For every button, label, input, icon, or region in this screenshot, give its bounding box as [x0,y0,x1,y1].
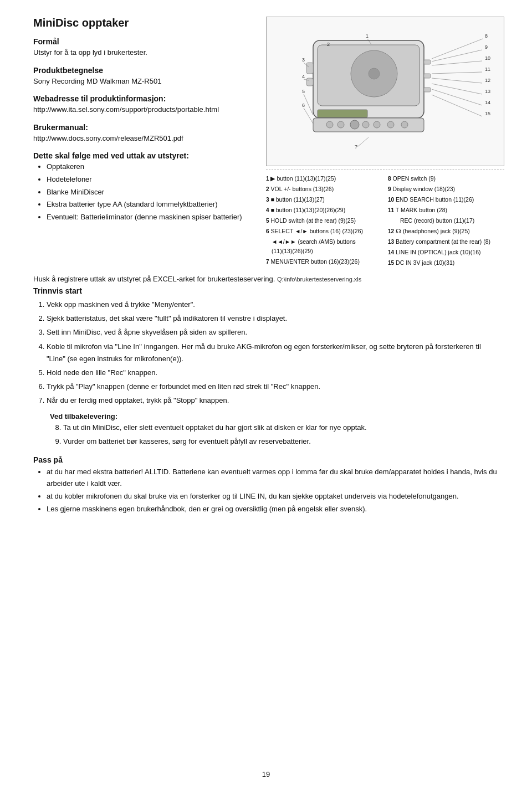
step-5: Hold nede den lille "Rec" knappen. [47,367,499,379]
brukermanual-url: http://www.docs.sony.com/release/MZR501.… [33,133,255,144]
page: MiniDisc opptaker Formål Utstyr for å ta… [0,0,532,795]
part-item: 2 VOL +/- buttons (13)(26) [266,184,382,194]
step-9: Vurder om batteriet bør kasseres, sørg f… [63,435,499,448]
svg-text:15: 15 [485,111,490,116]
step-8: Ta ut din MiniDisc, eller slett eventuel… [63,422,499,434]
part-item: 12 ☊ (headphones) jack (9)(25) [388,226,504,237]
svg-rect-17 [306,78,313,86]
svg-line-37 [432,72,482,74]
svg-line-41 [432,95,482,116]
formal-heading: Formål [33,37,255,46]
list-item: Hodetelefoner [47,174,255,186]
part-item: 3 ■ button (11)(13)(27) [266,194,382,205]
page-title: MiniDisc opptaker [33,17,255,29]
step-6: Trykk på "Play" knappen (denne er forbun… [47,381,499,393]
part-item: ◄◄/►► (search /AMS) buttons(11)(13)(26)(… [266,237,382,257]
svg-point-5 [326,121,333,128]
part-item: 8 OPEN switch (9) [388,173,504,184]
device-svg: 1 8 2 9 3 10 4 11 5 12 6 13 7 14 15 [269,18,502,165]
parts-row: 1 ▶ button (11)(13)(17)(25) 2 VOL +/- bu… [266,173,504,268]
ved-tilbake-section: Ved tilbakelevering: Ta ut din MiniDisc,… [50,412,499,448]
part-item: 10 END SEARCH button (11)(26) [388,194,504,205]
ved-tilbake-heading: Ved tilbakelevering: [50,412,499,420]
svg-text:10: 10 [485,55,490,61]
husk-filepath: Q:\info\brukertesteservering.xls [277,276,361,283]
svg-text:13: 13 [485,89,490,94]
svg-rect-14 [424,74,431,78]
step-3: Sett inn MiniDisc, ved å åpne skyvelåsen… [47,326,499,338]
trinnvis-heading: Trinnvis start [33,286,499,295]
part-item: REC (record) button (11)(17) [388,216,504,226]
svg-line-46 [357,137,369,147]
part-item: 9 Display window (18)(23) [388,184,504,194]
svg-text:7: 7 [355,144,357,150]
part-item: 5 HOLD switch (at the rear) (9)(25) [266,216,382,226]
webadresse-heading: Webadresse til produktinformasjon: [33,94,255,103]
svg-point-3 [369,68,380,79]
svg-text:9: 9 [485,44,488,50]
husk-line: Husk å registrere uttak av utstyret på E… [33,274,499,285]
svg-text:5: 5 [302,89,305,94]
trinnvis-section: Trinnvis start Vekk opp maskinen ved å t… [33,286,499,448]
left-column: MiniDisc opptaker Formål Utstyr for å ta… [33,17,266,268]
svg-point-11 [401,121,408,128]
dette-skal-heading: Dette skal følge med ved uttak av utstyr… [33,151,255,160]
parts-table: 1 ▶ button (11)(13)(17)(25) 2 VOL +/- bu… [266,170,504,268]
formal-text: Utstyr for å ta opp lyd i brukertester. [33,47,255,58]
svg-rect-15 [424,88,431,92]
svg-point-8 [362,121,369,128]
list-item: Eventuelt: Batterieliminator (denne mask… [47,212,255,223]
part-item: 4 ■ button (11)(13)(20)(26)(29) [266,205,382,216]
svg-text:8: 8 [485,33,488,39]
pass-pa-item-1: at du har med ekstra batterier! ALLTID. … [47,466,499,490]
page-number: 19 [262,770,270,778]
svg-text:6: 6 [302,102,305,108]
pass-pa-heading: Pass på [33,455,499,464]
svg-text:14: 14 [485,100,490,105]
step-2: Sjekk batteristatus, det skal være "full… [47,312,499,325]
part-item: 6 SELECT ◄/► buttons (16) (23)(26) [266,226,382,237]
svg-rect-13 [424,60,431,64]
svg-rect-16 [306,63,313,74]
list-item: Ekstra batterier type AA (standard lomme… [47,199,255,211]
webadresse-url: http://www.ita.sel.sony.com/support/prod… [33,104,255,115]
parts-col-right: 8 OPEN switch (9) 9 Display window (18)(… [388,173,504,268]
pass-pa-list: at du har med ekstra batterier! ALLTID. … [33,466,499,515]
svg-point-10 [387,121,394,128]
part-item: 13 Battery compartment (at the rear) (8) [388,237,504,247]
list-item: Blanke MiniDiscer [47,187,255,198]
svg-line-44 [304,94,313,115]
svg-rect-12 [318,110,367,117]
svg-text:3: 3 [302,57,305,63]
dette-skal-list: Opptakeren Hodetelefoner Blanke MiniDisc… [33,161,255,223]
step-1: Vekk opp maskinen ved å trykke "Meny/ent… [47,299,499,311]
husk-text: Husk å registrere uttak av utstyret på E… [33,275,275,283]
svg-point-7 [350,120,359,129]
part-item: 7 MENU/ENTER button (16)(23)(26) [266,257,382,267]
part-item: 14 LINE IN (OPTICAL) jack (10)(16) [388,247,504,258]
produkt-text: Sony Recording MD Walkman MZ-R501 [33,76,255,87]
svg-text:12: 12 [485,78,490,83]
svg-line-45 [304,108,313,124]
svg-text:4: 4 [302,74,305,79]
produkt-heading: Produktbetegnelse [33,66,255,75]
right-column: 1 8 2 9 3 10 4 11 5 12 6 13 7 14 15 [266,17,504,268]
pass-pa-item-2: at du kobler mikrofonen du skal bruke vi… [47,491,499,502]
brukermanual-heading: Brukermanual: [33,123,255,132]
part-item: 1 ▶ button (11)(13)(17)(25) [266,173,382,184]
step-7: Når du er ferdig med opptaket, trykk på … [47,394,499,407]
svg-line-36 [432,61,482,65]
svg-point-6 [337,121,344,128]
step-4: Koble til mikrofon via "Line In" inngang… [47,341,499,365]
steps-list: Vekk opp maskinen ved å trykke "Meny/ent… [33,299,499,407]
ved-tilbake-steps: Ta ut din MiniDisc, eller slett eventuel… [50,422,499,448]
svg-line-40 [432,89,482,105]
device-diagram: 1 8 2 9 3 10 4 11 5 12 6 13 7 14 15 [266,17,504,166]
svg-text:2: 2 [327,42,330,47]
svg-text:11: 11 [485,66,490,72]
svg-line-39 [432,84,482,94]
svg-text:1: 1 [366,33,369,39]
list-item: Opptakeren [47,161,255,173]
part-item: 15 DC IN 3V jack (10)(31) [388,258,504,268]
pass-pa-item-3: Les gjerne maskinens egen brukerhåndbok,… [47,504,499,515]
